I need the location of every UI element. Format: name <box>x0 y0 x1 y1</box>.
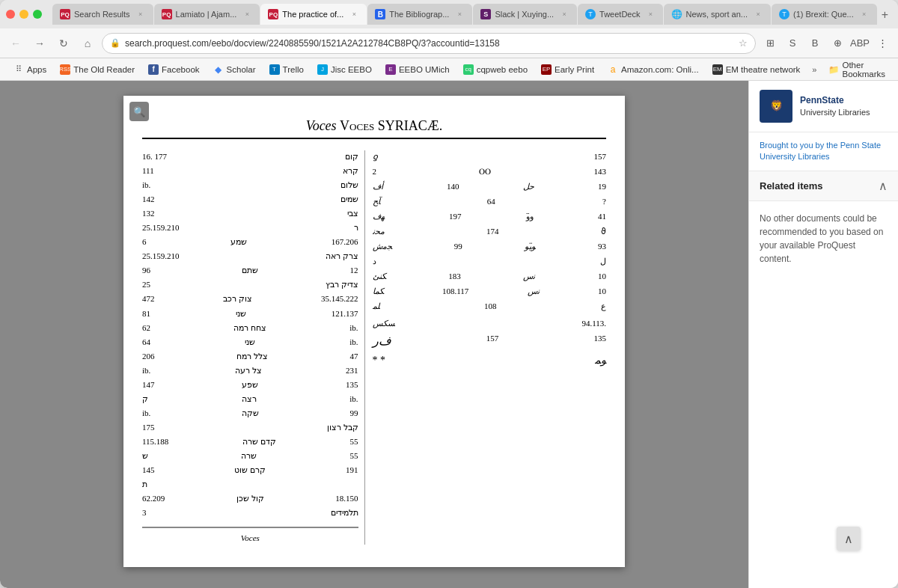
tab-favicon-pq: PQ <box>60 9 70 19</box>
doc-ref: 62.209 <box>142 492 165 505</box>
doc-row: ש שרה 55 <box>142 450 358 462</box>
psu-shield-logo: 🦁 <box>760 90 792 123</box>
doc-row: 111 קרא <box>142 165 358 177</box>
bookmark-amazon-label: Amazon.com: Onli... <box>621 65 699 74</box>
bookmark-eebo-label: EEBO UMich <box>399 65 450 74</box>
doc-ref: 147 <box>142 379 155 391</box>
doc-num-right2: 94.113. <box>581 317 606 330</box>
doc-row: 62.209 קול שכן 18.150 <box>142 492 358 505</box>
doc-row: ת <box>142 478 358 491</box>
doc-row-right: ﺠﻣﺵ 99 ﻮ̈ﻴﻮ 93 <box>373 240 606 253</box>
title-bar: PQ Search Results × PQ Lamiato | Ajam...… <box>0 0 898 28</box>
tab-close-btn[interactable]: × <box>645 9 656 19</box>
bookmark-trello[interactable]: T Trello <box>263 62 310 77</box>
document-page: 🔍 Voces Voces SYRIACÆ. 16. 177 קום 111 <box>123 96 625 567</box>
tab-brexit[interactable]: T (1) Brexit: Que... × <box>772 4 877 25</box>
doc-ref: 64 <box>142 336 150 349</box>
doc-row: 64 שני ib. <box>142 336 358 349</box>
home-button[interactable]: ⌂ <box>78 34 97 53</box>
sidebar-logo: 🦁 PennState University Libraries <box>749 81 898 132</box>
bookmark-facebook[interactable]: f Facebook <box>142 62 206 77</box>
new-tab-button[interactable]: + <box>878 5 892 25</box>
doc-row-right: ﺂﺢ 64 ? <box>373 195 606 208</box>
close-button[interactable] <box>6 10 15 19</box>
back-button[interactable]: ← <box>6 34 25 53</box>
bookmark-amazon[interactable]: a Amazon.com: Onli... <box>602 62 705 77</box>
tab-bibliography[interactable]: B The Bibliograp... × <box>367 4 472 25</box>
forward-button[interactable]: → <box>30 34 49 53</box>
maximize-button[interactable] <box>33 10 42 19</box>
bookmark-old-reader[interactable]: RSS The Old Reader <box>54 62 141 77</box>
doc-hebrew: קבל רצון <box>327 421 358 434</box>
tab-tweetdeck[interactable]: T TweetDeck × <box>578 4 663 25</box>
tab-close-btn[interactable]: × <box>454 9 465 19</box>
tab-close-btn[interactable]: × <box>242 9 252 19</box>
extensions-icon[interactable]: ⊞ <box>760 34 780 53</box>
address-bar[interactable]: 🔒 search.proquest.com/eebo/docview/22408… <box>102 33 756 54</box>
doc-left-margin: 132 <box>142 207 155 220</box>
doc-hebrew: צל רעה <box>235 364 262 377</box>
minimize-button[interactable] <box>19 10 28 19</box>
tab-search-results[interactable]: PQ Search Results × <box>52 4 153 25</box>
doc-num-right: 183 <box>448 270 461 283</box>
jisc-favicon: J <box>317 64 328 75</box>
apps-favicon: ⠿ <box>13 64 24 75</box>
doc-hebrew: קום <box>345 150 358 163</box>
reload-button[interactable]: ↻ <box>54 34 73 53</box>
bookmark-eebo[interactable]: E EEBO UMich <box>379 62 456 77</box>
tab-practice[interactable]: PQ The practice of... × <box>260 4 367 25</box>
related-items-collapse-button[interactable]: ∧ <box>879 179 888 193</box>
old-reader-favicon: RSS <box>60 64 70 75</box>
doc-syriac: ƍ <box>373 150 378 163</box>
ep-favicon: EP <box>541 64 552 75</box>
scroll-top-icon: ∧ <box>844 532 853 546</box>
security-lock-icon: 🔒 <box>110 38 120 48</box>
zoom-icon[interactable]: 🔍 <box>129 102 149 121</box>
tab-favicon-pq3: PQ <box>268 9 278 19</box>
account-icon[interactable]: S <box>783 34 802 53</box>
doc-hebrew: צבי <box>347 207 358 220</box>
tab-close-btn[interactable]: × <box>349 9 359 19</box>
doc-ref2: 191 <box>346 464 358 477</box>
tab-lamiato[interactable]: PQ Lamiato | Ajam... × <box>154 4 260 25</box>
tab-close-btn[interactable]: × <box>753 9 763 19</box>
other-bookmarks-label: Other Bookmarks <box>842 61 885 79</box>
tab-close-btn[interactable]: × <box>135 9 146 19</box>
more-bookmarks-button[interactable]: » <box>807 63 821 76</box>
tab-news[interactable]: 🌐 News, sport an... × <box>664 4 771 25</box>
doc-row: 132 צבי <box>142 207 358 220</box>
bookmark-em-theatre[interactable]: EM EM theatre network <box>706 62 807 77</box>
doc-hebrew: תלמידים <box>331 506 358 519</box>
doc-row: ק רצה ib. <box>142 393 358 405</box>
doc-ref: 62 <box>142 322 150 334</box>
extension2-icon[interactable]: ABP <box>850 34 870 53</box>
document-viewer[interactable]: 🔍 Voces Voces SYRIACÆ. 16. 177 קום 111 <box>0 81 748 588</box>
doc-ref: 96 <box>142 264 150 277</box>
bookmark-scholar[interactable]: ◆ Scholar <box>207 62 262 77</box>
doc-syriac: ﻬﻑ <box>373 210 385 223</box>
doc-syriac: ﺩ <box>373 255 376 268</box>
doc-ref: ib. <box>142 179 150 192</box>
tab-slack[interactable]: S Slack | Xuying... × <box>473 4 577 25</box>
tab-close-btn[interactable]: × <box>559 9 569 19</box>
bookmark-icon[interactable]: B <box>805 34 825 53</box>
bookmark-apps[interactable]: ⠿ Apps <box>7 62 52 77</box>
right-sidebar: 🦁 PennState University Libraries Brought… <box>748 81 898 588</box>
extension1-icon[interactable]: ⊕ <box>828 34 847 53</box>
sidebar-promo-link[interactable]: Brought to you by the Penn State Univers… <box>749 132 898 171</box>
doc-num-right: 99 <box>454 240 462 253</box>
related-items-header: Related items ∧ <box>749 171 898 201</box>
bookmark-early-print[interactable]: EP Early Print <box>535 62 600 77</box>
tab-close-btn[interactable]: × <box>859 9 870 19</box>
other-bookmarks-folder[interactable]: 📁 Other Bookmarks <box>822 58 891 81</box>
doc-num-right: 140 <box>447 180 459 193</box>
bookmark-star-icon[interactable]: ☆ <box>739 37 748 49</box>
tabs-bar: PQ Search Results × PQ Lamiato | Ajam...… <box>52 4 892 25</box>
doc-hebrew: שקה <box>242 407 259 420</box>
doc-right-column: ƍ 157 2 ⲞⲞ 143 ﺃﻑ 140 ﺣﻞ 19 <box>365 150 606 545</box>
eebo-favicon: E <box>385 64 396 75</box>
bookmark-jisc[interactable]: J Jisc EEBO <box>311 62 378 77</box>
doc-num-right: 64 <box>487 195 495 208</box>
menu-icon[interactable]: ⋮ <box>873 34 892 53</box>
bookmark-cqpweb[interactable]: cq cqpweb eebo <box>457 62 534 77</box>
